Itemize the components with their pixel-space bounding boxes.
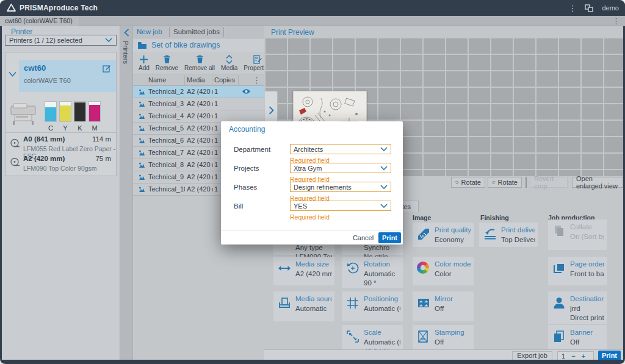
- copies-increment[interactable]: +: [582, 352, 585, 360]
- apps-switcher-icon[interactable]: [585, 4, 593, 12]
- printer-tab[interactable]: cwt60 (colorWAVE T60): [0, 16, 79, 26]
- chevron-down-icon: [105, 38, 112, 43]
- add-button[interactable]: Add: [135, 52, 153, 74]
- app-title: PRISMAproduce Tech: [20, 4, 98, 12]
- scale-icon: [346, 330, 359, 343]
- job-document-icon: [138, 186, 145, 193]
- department-value: Architects: [294, 146, 323, 153]
- print-preview-title: Print Preview: [271, 28, 314, 37]
- edit-icon[interactable]: [103, 64, 111, 73]
- table-row[interactable]: Technical_3 … A2 (420 m 1: [133, 98, 264, 110]
- tile-color-mode[interactable]: Color mode Color: [413, 257, 474, 285]
- tile-destination[interactable]: Destination jrrd Direct print : On: [548, 291, 607, 324]
- export-job-button[interactable]: Export job: [512, 351, 552, 360]
- job-copies: 1: [214, 173, 218, 180]
- dialog-footer: Cancel Print: [221, 230, 403, 244]
- job-copies: 1: [214, 88, 218, 95]
- rotate-left-button[interactable]: Rotate: [451, 177, 485, 188]
- dialog-print-label: Print: [382, 234, 397, 241]
- tile-value: 90 °: [364, 279, 400, 287]
- tile-positioning[interactable]: Positioning Automatic (Ce…: [342, 291, 403, 321]
- bill-select[interactable]: YES: [290, 201, 391, 211]
- projects-select[interactable]: Xtra Gym: [290, 163, 391, 173]
- cancel-label: Cancel: [353, 234, 374, 241]
- tile-title: Stamping: [435, 329, 471, 336]
- column-media[interactable]: Media: [187, 76, 205, 84]
- table-options-icon[interactable]: ⋮: [253, 76, 261, 84]
- ink-yellow: [59, 101, 71, 122]
- tile-media-size[interactable]: Media size A2 (420 mm): [273, 257, 334, 285]
- department-select[interactable]: Architects: [290, 144, 391, 154]
- revert-crop-button[interactable]: Revert crop: [530, 177, 568, 188]
- window-frame-left: [0, 0, 2, 364]
- dialog-print-button[interactable]: Print: [378, 232, 401, 243]
- tile-mirror[interactable]: Mirror Off: [413, 291, 474, 321]
- print-quality-icon: [417, 227, 430, 241]
- column-copies[interactable]: Copies: [214, 76, 235, 84]
- app-window: PRISMAproduce Tech ⋮ demo cwt60 (colorWA…: [0, 0, 625, 364]
- job-name: Technical_8 …: [148, 161, 185, 168]
- cancel-button[interactable]: Cancel: [350, 232, 376, 243]
- tile-media-source[interactable]: Media source Automatic: [273, 291, 334, 321]
- rotate-cw-icon: [492, 179, 496, 186]
- chevron-down-icon: [380, 166, 388, 171]
- tile-value: Economy: [435, 236, 471, 243]
- export-job-label: Export job: [517, 352, 547, 359]
- tile-title: Print quality: [435, 226, 471, 234]
- field-label-department: Department: [234, 146, 270, 153]
- phases-select[interactable]: Design refinements: [290, 182, 391, 192]
- table-row[interactable]: Technical_4 … A2 (420 m 1: [133, 110, 264, 123]
- tile-value: Direct print : On: [570, 314, 604, 321]
- tile-page-order[interactable]: Page order Front to back: [548, 257, 607, 285]
- tile-value: On (Sort by set): [570, 233, 604, 240]
- tile-title: Media source: [295, 295, 332, 302]
- tile-stamping[interactable]: Stamping Off: [413, 325, 474, 351]
- titlebar-menu-icon[interactable]: ⋮: [568, 4, 576, 12]
- media-row-size: A0 (841 mm): [23, 135, 65, 143]
- column-name[interactable]: Name: [148, 76, 166, 84]
- divider: [212, 76, 212, 85]
- tile-value: Synchro: [364, 244, 400, 251]
- job-document-icon: [138, 137, 145, 145]
- tab-new-job[interactable]: New job: [137, 28, 162, 35]
- table-row[interactable]: Technical_2 … A2 (420 m 1: [133, 86, 264, 98]
- tile-print-quality[interactable]: Print quality Economy: [413, 223, 474, 247]
- printer-selector[interactable]: Printers (1 / 12) selected: [5, 35, 117, 46]
- tile-banner[interactable]: Banner Off: [548, 325, 607, 351]
- tile-value: Off: [435, 305, 471, 312]
- tile-value: Off: [570, 338, 604, 346]
- tile-title: Color mode: [435, 260, 471, 268]
- user-name[interactable]: demo: [602, 4, 619, 12]
- collapse-left-icon[interactable]: [124, 29, 129, 37]
- media-row-size: A2 (420 mm): [23, 155, 65, 162]
- media-row-remaining: 114 m: [92, 135, 111, 143]
- tile-rotation[interactable]: Rotation Automatic 90 °: [342, 257, 403, 288]
- bottom-action-bar: Export job 1 − + Print: [264, 349, 623, 360]
- job-name: Technical_5 …: [148, 124, 185, 132]
- printers-strip-label[interactable]: Printers: [122, 41, 129, 64]
- remove-all-button[interactable]: Remove all: [181, 52, 218, 74]
- rotate-right-button[interactable]: Rotate: [488, 177, 522, 188]
- collapse-chevron-icon[interactable]: [9, 71, 16, 77]
- tile-title: Print delivery: [501, 226, 535, 234]
- tile-print-delivery[interactable]: Print delivery Top Delivery T…: [479, 223, 538, 247]
- field-label-projects: Projects: [234, 165, 259, 172]
- media-swap-icon: [225, 55, 233, 64]
- open-enlarged-view-button[interactable]: Open enlarged view: [572, 177, 623, 188]
- tile-value: Automatic (to …: [364, 338, 400, 346]
- collate-icon: [552, 224, 566, 238]
- ink-label-c: C: [45, 124, 57, 132]
- remove-button[interactable]: Remove: [153, 52, 181, 74]
- copies-stepper[interactable]: 1 − +: [557, 351, 594, 360]
- tile-collate[interactable]: Collate On (Sort by set): [548, 219, 607, 250]
- media-label: Media: [221, 65, 237, 71]
- eye-icon[interactable]: [242, 88, 251, 95]
- printer-card-header[interactable]: cwt60 colorWAVE T60: [19, 60, 116, 92]
- chevron-down-icon: [380, 204, 388, 209]
- ink-label-m: M: [89, 124, 101, 132]
- tab-submitted-jobs[interactable]: Submitted jobs: [173, 28, 220, 35]
- tabbar-menu-icon[interactable]: ⋮: [612, 17, 620, 25]
- copies-decrement[interactable]: −: [571, 352, 575, 360]
- rotate-left-label: Rotate: [461, 179, 481, 186]
- media-button[interactable]: Media: [218, 52, 240, 74]
